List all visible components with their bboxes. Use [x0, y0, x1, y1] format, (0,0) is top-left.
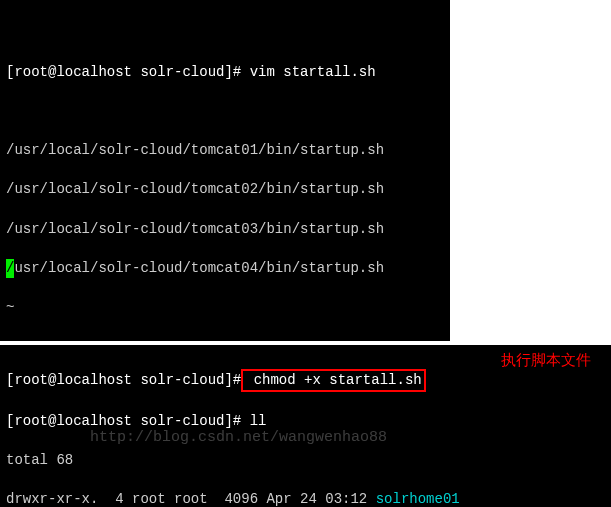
command: vim startall.sh [241, 64, 375, 80]
terminal-block-2: [root@localhost solr-cloud]# chmod +x st… [0, 345, 611, 507]
vim-tilde: ~ [6, 298, 444, 318]
command: ll [241, 413, 266, 429]
file-path: /usr/local/solr-cloud/tomcat01/bin/start… [6, 141, 444, 161]
file-path: /usr/local/solr-cloud/tomcat02/bin/start… [6, 180, 444, 200]
ls-total: total 68 [6, 451, 605, 471]
terminal-line[interactable]: [root@localhost solr-cloud]# ll [6, 412, 605, 432]
terminal-line[interactable]: [root@localhost solr-cloud]# chmod +x st… [6, 369, 605, 393]
terminal-line [6, 102, 444, 122]
ls-filename: solrhome01 [376, 491, 460, 507]
command: chmod +x startall.sh [245, 372, 421, 388]
shell-prompt: [root@localhost solr-cloud]# [6, 372, 241, 388]
shell-prompt: [root@localhost solr-cloud]# [6, 64, 241, 80]
terminal-block-1: [root@localhost solr-cloud]# vim startal… [0, 0, 450, 341]
file-list: drwxr-xr-x. 4 root root 4096 Apr 24 03:1… [6, 490, 605, 507]
highlight-chmod-command: chmod +x startall.sh [241, 369, 425, 393]
ls-row: drwxr-xr-x. 4 root root 4096 Apr 24 03:1… [6, 490, 605, 507]
terminal-line[interactable]: [root@localhost solr-cloud]# vim startal… [6, 63, 444, 83]
ls-meta: drwxr-xr-x. 4 root root 4096 Apr 24 03:1… [6, 491, 376, 507]
file-path: /usr/local/solr-cloud/tomcat04/bin/start… [6, 259, 444, 279]
file-path: /usr/local/solr-cloud/tomcat03/bin/start… [6, 220, 444, 240]
annotation-exec-label: 执行脚本文件 [501, 351, 591, 372]
shell-prompt: [root@localhost solr-cloud]# [6, 413, 241, 429]
terminal-line [6, 24, 444, 44]
